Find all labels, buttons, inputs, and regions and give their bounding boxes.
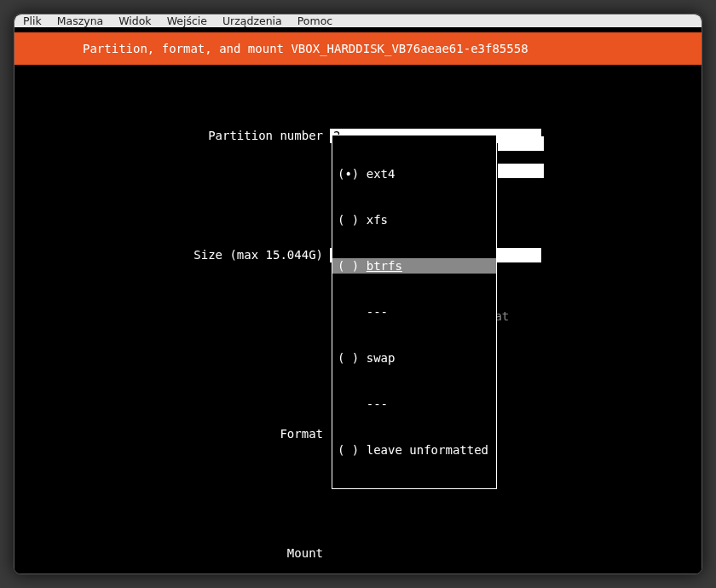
option-xfs[interactable]: ( ) xfs — [332, 212, 496, 228]
menu-help[interactable]: Pomoc — [297, 14, 332, 27]
mount-dropdown-stub[interactable] — [498, 164, 544, 178]
mount-label: Mount — [14, 545, 330, 561]
console-view: Partition, format, and mount VBOX_HARDDI… — [14, 27, 702, 574]
format-dropdown[interactable]: (•) ext4 ( ) xfs ( ) btrfs --- ( ) swap … — [332, 135, 497, 489]
page-title: Partition, format, and mount VBOX_HARDDI… — [14, 32, 702, 65]
partition-number-label: Partition number — [14, 128, 330, 143]
form-area: Partition number 2 Size (max 15.044G) 15… — [14, 65, 702, 574]
option-divider-2: --- — [332, 396, 496, 412]
menubar: Plik Maszyna Widok Wejście Urządzenia Po… — [14, 14, 702, 27]
menu-file[interactable]: Plik — [23, 14, 42, 27]
option-btrfs[interactable]: ( ) btrfs — [332, 258, 496, 274]
option-leave-unformatted[interactable]: ( ) leave unformatted — [332, 442, 496, 458]
option-ext4[interactable]: (•) ext4 — [332, 166, 496, 182]
menu-devices[interactable]: Urządzenia — [222, 14, 282, 27]
vm-window: Plik Maszyna Widok Wejście Urządzenia Po… — [14, 14, 702, 574]
format-dropdown-stub[interactable] — [498, 136, 544, 151]
format-label: Format — [14, 426, 330, 441]
option-divider-1: --- — [332, 304, 496, 320]
menu-view[interactable]: Widok — [118, 14, 151, 27]
menu-machine[interactable]: Maszyna — [57, 14, 104, 27]
option-swap[interactable]: ( ) swap — [332, 350, 496, 366]
menu-input[interactable]: Wejście — [167, 14, 207, 27]
size-label: Size (max 15.044G) — [14, 247, 330, 262]
